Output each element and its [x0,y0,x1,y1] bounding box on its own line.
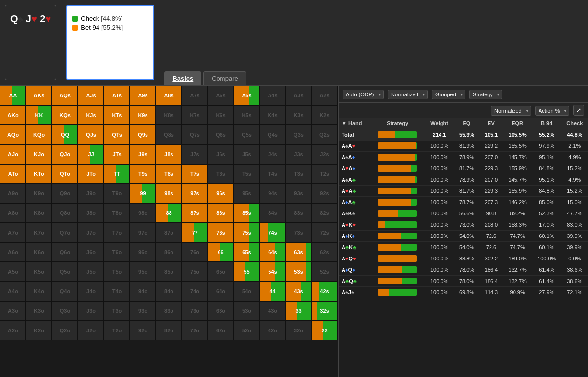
hand-cell-QJs[interactable]: QJs [78,125,104,144]
hand-cell-T8o[interactable]: T8o [104,203,130,223]
hand-cell-J8s[interactable]: J8s [156,144,182,164]
hand-cell-74o[interactable]: 74o [182,282,208,301]
hand-cell-95o[interactable]: 95o [130,262,156,282]
hand-cell-44[interactable]: 44 [260,282,286,301]
table-row[interactable]: A♠A♥100.0%81.9%229.2155.5%97.9%2.1% [339,141,588,152]
table-row[interactable]: A♦K♦100.0%54.0%72.674.7%60.1%39.9% [339,231,588,242]
hand-cell-73o[interactable]: 73o [182,301,208,321]
hand-cell-AQo[interactable]: AQo [0,125,26,144]
summary-table-container[interactable]: ▼ Hand Strategy Weight EQ EV EQR B 94 Ch… [339,118,588,377]
hand-cell-Q6o[interactable]: Q6o [52,242,78,262]
hand-cell-A2s[interactable]: A2s [312,86,338,105]
hand-cell-A6s[interactable]: A6s [208,86,234,105]
hand-cell-Q9o[interactable]: Q9o [52,184,78,203]
hand-cell-94o[interactable]: 94o [130,282,156,301]
hand-cell-73s[interactable]: 73s [286,223,312,242]
hand-cell-A9s[interactable]: A9s [130,86,156,105]
hand-cell-TT[interactable]: TT [104,164,130,184]
hand-cell-Q7o[interactable]: Q7o [52,223,78,242]
hand-cell-QQ[interactable]: QQ [52,125,78,144]
hand-cell-KQo[interactable]: KQo [26,125,52,144]
hand-cell-84o[interactable]: 84o [156,282,182,301]
hand-cell-T6s[interactable]: T6s [208,164,234,184]
table-row[interactable]: A♠J♠100.0%69.8%114.390.9%27.9%72.1% [339,287,588,298]
hand-cell-QTs[interactable]: QTs [104,125,130,144]
hand-cell-A9o[interactable]: A9o [0,184,26,203]
hand-cell-K9s[interactable]: K9s [130,105,156,125]
hand-cell-T5s[interactable]: T5s [234,164,260,184]
table-row[interactable]: A♥A♣100.0%81.7%229.3155.9%84.8%15.2% [339,186,588,197]
hand-cell-A5o[interactable]: A5o [0,262,26,282]
hand-cell-A4o[interactable]: A4o [0,282,26,301]
hand-cell-42s[interactable]: 42s [312,282,338,301]
hand-cell-K5s[interactable]: K5s [234,105,260,125]
tab-basics[interactable]: Basics [164,71,201,85]
hand-cell-T5o[interactable]: T5o [104,262,130,282]
hand-cell-74s[interactable]: 74s [260,223,286,242]
hand-cell-96s[interactable]: 96s [208,184,234,203]
table-row[interactable]: A♠K♠100.0%56.6%90.889.2%52.3%47.7% [339,208,588,219]
table-row[interactable]: A♦Q♦100.0%78.0%186.4132.7%61.4%38.6% [339,264,588,276]
hand-cell-72s[interactable]: 72s [312,223,338,242]
hand-cell-86s[interactable]: 86s [208,203,234,223]
hand-cell-T7s[interactable]: T7s [182,164,208,184]
hand-cell-K8o[interactable]: K8o [26,203,52,223]
hand-cell-AKs[interactable]: AKs [26,86,52,105]
hand-cell-KTo[interactable]: KTo [26,164,52,184]
hand-cell-55[interactable]: 55 [234,262,260,282]
hand-cell-43s[interactable]: 43s [286,282,312,301]
hand-cell-83s[interactable]: 83s [286,203,312,223]
hand-cell-95s[interactable]: 95s [234,184,260,203]
hand-cell-54s[interactable]: 54s [260,262,286,282]
hand-cell-A7s[interactable]: A7s [182,86,208,105]
hand-cell-93o[interactable]: 93o [130,301,156,321]
hand-cell-43o[interactable]: 43o [260,301,286,321]
hand-cell-A4s[interactable]: A4s [260,86,286,105]
hand-cell-T4s[interactable]: T4s [260,164,286,184]
hand-cell-96o[interactable]: 96o [130,242,156,262]
hand-cell-Q8o[interactable]: Q8o [52,203,78,223]
hand-cell-KK[interactable]: KK [26,105,52,125]
hand-cell-AJo[interactable]: AJo [0,144,26,164]
hand-cell-32s[interactable]: 32s [312,301,338,321]
hand-cell-Q3s[interactable]: Q3s [286,125,312,144]
hand-cell-Q7s[interactable]: Q7s [182,125,208,144]
hand-cell-75o[interactable]: 75o [182,262,208,282]
hand-cell-52s[interactable]: 52s [312,262,338,282]
table-row[interactable]: A♠A♣100.0%78.9%207.0145.7%95.1%4.9% [339,174,588,186]
expand-button[interactable]: ⤢ [573,105,584,116]
hand-cell-J3o[interactable]: J3o [78,301,104,321]
hand-cell-99[interactable]: 99 [130,184,156,203]
hand-cell-85s[interactable]: 85s [234,203,260,223]
hand-cell-AJs[interactable]: AJs [78,86,104,105]
hand-cell-ATo[interactable]: ATo [0,164,26,184]
hand-cell-A8s[interactable]: A8s [156,86,182,105]
hand-cell-88[interactable]: 88 [156,203,182,223]
hand-cell-KQs[interactable]: KQs [52,105,78,125]
hand-cell-76s[interactable]: 76s [208,223,234,242]
hand-cell-J4o[interactable]: J4o [78,282,104,301]
hand-cell-54o[interactable]: 54o [234,282,260,301]
hand-cell-K7o[interactable]: K7o [26,223,52,242]
hand-cell-K2o[interactable]: K2o [26,321,52,340]
hand-cell-52o[interactable]: 52o [234,321,260,340]
hand-cell-T9o[interactable]: T9o [104,184,130,203]
hand-cell-82o[interactable]: 82o [156,321,182,340]
hand-cell-T6o[interactable]: T6o [104,242,130,262]
hand-cell-J2o[interactable]: J2o [78,321,104,340]
hand-cell-Q4s[interactable]: Q4s [260,125,286,144]
hand-cell-K9o[interactable]: K9o [26,184,52,203]
hand-cell-65s[interactable]: 65s [234,242,260,262]
hand-cell-A7o[interactable]: A7o [0,223,26,242]
hand-cell-97o[interactable]: 97o [130,223,156,242]
tab-compare[interactable]: Compare [203,71,246,85]
display-select[interactable]: Strategy [469,90,502,99]
hand-cell-K2s[interactable]: K2s [312,105,338,125]
hand-cell-92s[interactable]: 92s [312,184,338,203]
hand-cell-A3o[interactable]: A3o [0,301,26,321]
hand-cell-T8s[interactable]: T8s [156,164,182,184]
hand-cell-T2o[interactable]: T2o [104,321,130,340]
hand-cell-42o[interactable]: 42o [260,321,286,340]
hand-cell-83o[interactable]: 83o [156,301,182,321]
hand-cell-J5o[interactable]: J5o [78,262,104,282]
